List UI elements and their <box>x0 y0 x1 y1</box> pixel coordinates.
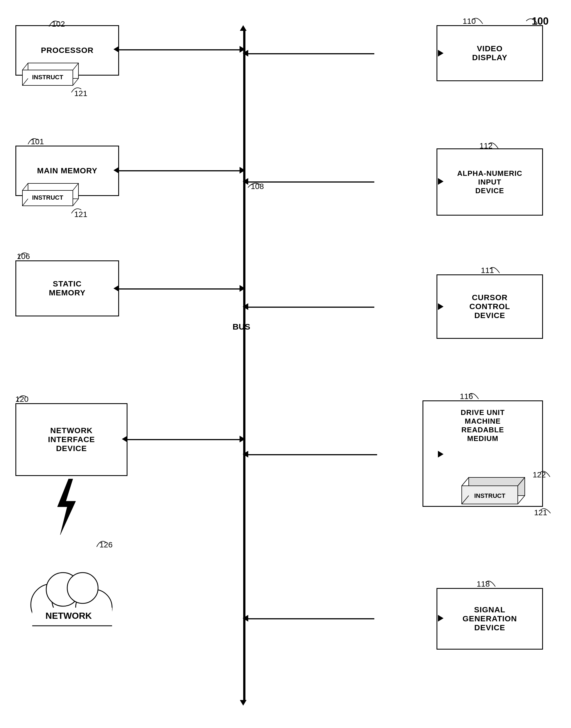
arrow-video-right <box>438 50 444 56</box>
ref-126-curve <box>94 537 108 548</box>
arrow-mem-bus-line <box>119 170 242 171</box>
drive-unit-label: DRIVE UNIT MACHINE READABLE MEDIUM <box>429 408 537 443</box>
static-memory-label: STATIC MEMORY <box>49 279 86 297</box>
network-interface-label: NETWORK INTERFACE DEVICE <box>48 426 95 453</box>
drive-unit-instruct-3d: INSTRUCT <box>460 476 539 513</box>
arrow-processor-bus-line <box>119 49 242 50</box>
arrow-cursor-right <box>438 303 444 310</box>
signal-generation-label: SIGNAL GENERATION DEVICE <box>463 605 517 632</box>
bus-label: BUS <box>233 322 250 331</box>
arrow-bus-cursor-line <box>245 307 374 308</box>
ref-110-curve <box>470 14 484 25</box>
svg-line-9 <box>22 183 28 190</box>
signal-generation-box: SIGNAL GENERATION DEVICE <box>437 588 543 649</box>
ref-116-curve <box>466 389 480 400</box>
svg-text:NETWORK: NETWORK <box>45 611 92 621</box>
arrow-static-right <box>240 285 245 292</box>
arrow-net-left <box>122 436 127 442</box>
bus-line <box>243 31 245 700</box>
arrow-signal-left <box>243 615 248 622</box>
arrow-bus-signal-line <box>245 618 374 619</box>
ref-101-curve <box>25 134 39 146</box>
ref-118-curve <box>483 577 497 588</box>
ref-122-curve <box>537 467 551 478</box>
ref-102-curve <box>46 17 60 28</box>
arrow-alpha-left <box>243 178 248 185</box>
arrow-video-left <box>243 50 248 56</box>
arrow-net-right <box>240 436 245 442</box>
arrow-mem-right <box>240 167 245 174</box>
video-display-box: VIDEO DISPLAY <box>437 25 543 81</box>
svg-marker-14 <box>58 479 76 535</box>
bus-arrow-bottom <box>240 700 247 706</box>
alpha-numeric-box: ALPHA-NUMERIC INPUT DEVICE <box>437 148 543 215</box>
ref-120-curve <box>14 392 28 403</box>
svg-point-19 <box>67 573 98 603</box>
arrow-drive-left <box>243 451 248 457</box>
svg-text:INSTRUCT: INSTRUCT <box>32 74 63 81</box>
network-interface-box: NETWORK INTERFACE DEVICE <box>15 403 127 476</box>
lightning-bolt <box>52 479 80 535</box>
network-cloud: NETWORK <box>15 543 122 627</box>
ref-111-curve <box>487 263 501 274</box>
processor-label: PROCESSOR <box>41 46 94 55</box>
video-display-label: VIDEO DISPLAY <box>472 44 507 62</box>
arrow-signal-right <box>438 615 444 622</box>
arrow-bus-video-line <box>245 53 374 54</box>
cursor-control-box: CURSOR CONTROL DEVICE <box>437 274 543 339</box>
svg-line-28 <box>518 495 525 504</box>
arrow-net-bus-line <box>127 439 242 440</box>
arrow-static-left <box>113 285 119 292</box>
ref-121-mem-curve <box>69 205 83 215</box>
alpha-numeric-label: ALPHA-NUMERIC INPUT DEVICE <box>457 169 523 195</box>
arrow-drive-right <box>438 451 444 457</box>
arrow-bus-drive-line <box>245 454 377 455</box>
ref-106-curve <box>15 249 29 260</box>
arrow-proc-left <box>113 46 119 53</box>
svg-text:INSTRUCT: INSTRUCT <box>32 194 63 201</box>
ref-121-proc-curve <box>69 84 83 94</box>
arrow-static-bus-line <box>119 288 242 290</box>
arrow-alpha-right <box>438 178 444 185</box>
main-memory-label: MAIN MEMORY <box>37 166 97 175</box>
ref-121-drive-curve <box>538 505 552 515</box>
arrow-cursor-left <box>243 303 248 310</box>
arrow-bus-alpha-line <box>245 181 374 182</box>
ref-112-curve <box>485 139 499 150</box>
bus-arrow-top <box>240 25 247 31</box>
static-memory-box: STATIC MEMORY <box>15 260 119 316</box>
svg-line-25 <box>462 477 469 486</box>
cursor-control-label: CURSOR CONTROL DEVICE <box>469 293 510 320</box>
ref-100-curve <box>524 13 540 27</box>
svg-line-2 <box>22 63 28 70</box>
diagram: 100 BUS 108 PROCESSOR INSTRUCT 102 <box>0 0 571 728</box>
arrow-mem-left <box>113 167 119 174</box>
svg-text:INSTRUCT: INSTRUCT <box>474 492 505 499</box>
